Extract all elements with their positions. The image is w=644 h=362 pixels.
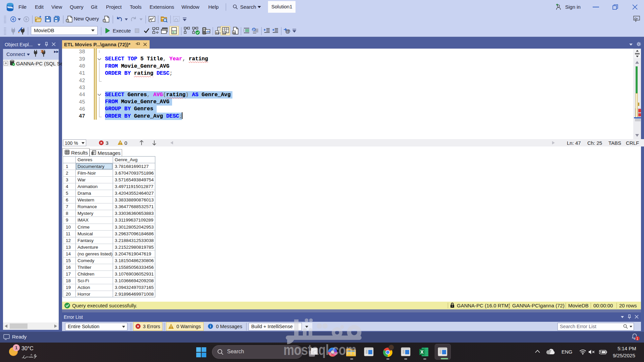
svg-text:01: 01	[216, 32, 219, 35]
svg-text:01: 01	[223, 32, 225, 35]
svg-text:01: 01	[233, 31, 235, 34]
